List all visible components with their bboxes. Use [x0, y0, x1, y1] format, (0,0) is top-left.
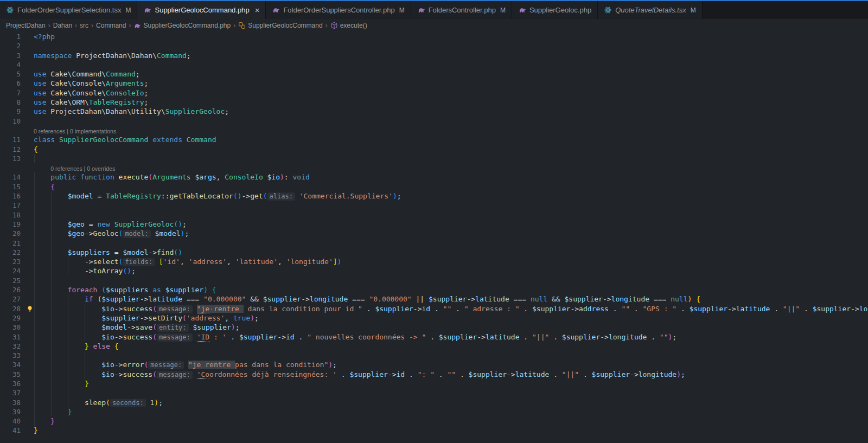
gutter-margin	[21, 107, 34, 116]
indent-guide-line	[51, 342, 52, 351]
line-number: 23	[0, 257, 21, 266]
editor-tab[interactable]: QuoteTravelDetails.tsxM	[598, 1, 703, 19]
inlay-hint: message:	[157, 333, 193, 342]
inlay-hint: message:	[157, 371, 193, 379]
indent-guide-line	[51, 266, 52, 275]
gutter-margin	[21, 145, 34, 154]
gutter-margin	[21, 398, 34, 407]
indent-guide-line	[34, 210, 35, 220]
line-number: 11	[0, 135, 21, 144]
code-row: 2	[0, 41, 868, 50]
code-line: foreach ($suppliers as $supplier) {	[34, 285, 868, 294]
indent-guide-line	[51, 313, 52, 323]
breadcrumb-item[interactable]: SupplierGeolocCommand	[238, 22, 322, 29]
breadcrumb-item[interactable]: Command	[96, 22, 126, 29]
modified-badge: M	[399, 7, 405, 14]
breadcrumb-label: ProjectDahan	[6, 22, 46, 29]
line-number: 28	[0, 304, 21, 313]
gutter-margin	[21, 313, 34, 323]
code-row: 17	[0, 201, 868, 210]
indent-guide-line	[34, 266, 35, 275]
indent-guide-line	[51, 388, 52, 397]
editor-tab[interactable]: SupplierGeolocCommand.php×	[137, 1, 266, 19]
gutter-margin	[21, 342, 34, 351]
gutter-margin	[21, 407, 34, 416]
indent-guide-line	[34, 220, 35, 229]
editor-tab[interactable]: FolderOrderSupplierSelection.tsxM	[0, 1, 137, 19]
codelens-row: 0 references | 0 overrides	[0, 163, 868, 172]
code-line: use Cake\Console\Arguments;	[34, 79, 868, 88]
gutter-margin	[21, 163, 34, 172]
breadcrumb-item[interactable]: Dahan	[53, 22, 72, 29]
breadcrumb-separator: ›	[91, 22, 93, 29]
gutter-margin	[21, 154, 34, 163]
indent-guide-line	[85, 313, 85, 323]
indent-guide-line	[34, 191, 35, 201]
tab-label: FolderOrderSuppliersController.php	[283, 6, 394, 14]
line-number: 41	[0, 426, 21, 435]
code-editor[interactable]: 1<?php23namespace ProjectDahan\Dahan\Com…	[0, 32, 868, 435]
indent-guide-line	[51, 191, 52, 201]
indent-guide-line	[34, 360, 35, 369]
indent-guide-line	[51, 201, 52, 210]
code-line: if ($supplier->latitude === "0.000000" &…	[34, 294, 868, 304]
code-line: namespace ProjectDahan\Dahan\Command;	[34, 51, 868, 60]
editor-tab[interactable]: SupplierGeoloc.php	[512, 1, 598, 19]
code-line: ->select(fields: ['id', 'address', 'lati…	[34, 257, 868, 266]
indent-guide-line	[34, 416, 35, 426]
code-row: 38 sleep(seconds: 1);	[0, 398, 868, 407]
code-line: $model = TableRegistry::getTableLocator(…	[34, 191, 868, 201]
tab-label: QuoteTravelDetails.tsx	[615, 6, 686, 14]
method-icon	[330, 22, 338, 29]
indent-guide-line	[34, 154, 35, 163]
indent-guide-line	[51, 351, 52, 360]
breadcrumb-separator: ›	[233, 22, 235, 29]
breadcrumb-item[interactable]: src	[80, 22, 88, 29]
tab-label: FoldersController.php	[429, 6, 496, 14]
breadcrumb-item[interactable]: ProjectDahan	[6, 22, 46, 29]
gutter-margin	[21, 191, 34, 201]
code-line: $io->error(message: "je rentre pas dans …	[34, 360, 868, 369]
line-number: 13	[0, 154, 21, 163]
line-number: 40	[0, 416, 21, 426]
codelens[interactable]: 0 references | 0 overrides	[34, 163, 868, 172]
indent-guide-line	[68, 332, 68, 342]
code-line	[34, 351, 868, 360]
indent-guide-line	[34, 257, 35, 266]
gutter-margin	[21, 304, 34, 313]
code-line: $model->save(entity: $supplier);	[34, 323, 868, 332]
gutter-margin	[21, 51, 34, 60]
editor-tab[interactable]: FolderOrderSuppliersController.phpM	[266, 1, 411, 19]
gutter-margin	[21, 182, 34, 191]
lightbulb-icon[interactable]	[26, 305, 34, 313]
code-row: 14 public function execute(Arguments $ar…	[0, 172, 868, 182]
gutter-margin	[21, 98, 34, 107]
indent-guide-line	[51, 285, 52, 294]
modified-badge: M	[691, 7, 696, 14]
breadcrumb-item[interactable]: execute()	[330, 22, 367, 29]
inlay-hint: alias:	[267, 192, 295, 201]
code-row: 30 $model->save(entity: $supplier);	[0, 323, 868, 332]
line-number: 9	[0, 107, 21, 116]
indent-guide-line	[34, 201, 35, 210]
line-number: 21	[0, 239, 21, 248]
line-number: 36	[0, 379, 21, 388]
breadcrumb-item[interactable]: SupplierGeolocCommand.php	[133, 22, 231, 29]
codelens[interactable]: 0 references | 0 implementations	[34, 126, 868, 135]
code-row: 28 $io->success(message: "je·rentre dans…	[0, 304, 868, 313]
code-row: 27 if ($supplier->latitude === "0.000000…	[0, 294, 868, 304]
code-row: 13	[0, 154, 868, 163]
code-row: 21	[0, 239, 868, 248]
code-row: 15 {	[0, 182, 868, 191]
editor-tab[interactable]: FoldersController.phpM	[411, 1, 512, 19]
line-number: 15	[0, 182, 21, 191]
indent-guide-line	[34, 229, 35, 238]
indent-guide-line	[34, 407, 35, 416]
line-number: 12	[0, 145, 21, 154]
gutter-margin	[21, 351, 34, 360]
indent-guide-line	[51, 407, 52, 416]
line-number: 3	[0, 51, 21, 60]
code-row: 36 }	[0, 379, 868, 388]
close-icon[interactable]: ×	[255, 6, 260, 14]
php-icon	[417, 6, 425, 14]
